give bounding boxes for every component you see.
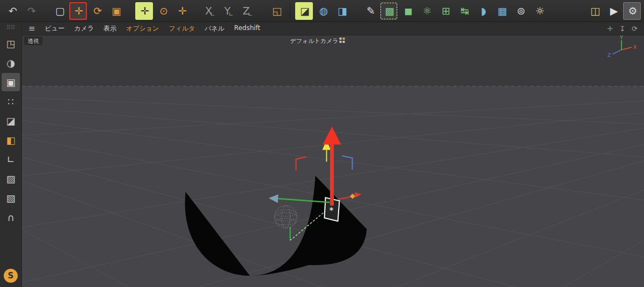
snap-magnet-button[interactable]: ∩ (2, 208, 20, 226)
model-mode-button[interactable]: ▣ (2, 73, 20, 91)
undo-button[interactable]: ↶ (3, 2, 21, 20)
menu-item[interactable]: オプション (126, 24, 159, 33)
lock-z-axis-button[interactable]: Z∟ (239, 2, 257, 20)
menu-item[interactable]: カメラ (74, 24, 94, 33)
make-editable-button[interactable]: ◳ (2, 34, 20, 53)
texture-mode-button[interactable]: ◑ (2, 54, 20, 72)
enable-axis-button[interactable]: ✛ (135, 2, 153, 20)
cinema4d-window: ↶↷ ▢✛⟳▣ ✛⊙✛ X∟Y∟Z∟ ◱ ◪◍◨ ✎▩◼⚛⊞↹◗▦⊚☼ ◫▶⚙ (0, 0, 644, 287)
toolbar-divider (290, 3, 290, 18)
view-label: 透視 (28, 38, 39, 44)
subdivision-surface-button[interactable]: ▩ (380, 2, 398, 20)
gizmo-rotate-button[interactable]: ⊙ (154, 2, 172, 20)
enable-axis-mode-button[interactable]: ∟ (2, 150, 20, 168)
toolbar-spacer (126, 11, 134, 11)
redo-button[interactable]: ↷ (22, 2, 40, 20)
drag-grip[interactable]: ⠿⠿ (6, 25, 15, 31)
camera-button[interactable]: ⊚ (511, 2, 529, 20)
transform-tools-group: ▢✛⟳▣ (50, 2, 125, 20)
array-button[interactable]: ▦ (493, 2, 510, 20)
camera-label[interactable]: デフォルトカメラ (290, 38, 339, 45)
coordinate-group: ◱ (267, 2, 285, 20)
viewport-menubar: ≡ ビューカメラ表示オプションフィルタパネルRedshift ✛↧⟳ (22, 22, 644, 35)
light-button[interactable]: ☼ (530, 2, 548, 20)
light-marker: * (330, 205, 334, 216)
toolbar-right-group: ◫▶⚙ (586, 2, 641, 20)
menu-item[interactable]: Redshift (234, 24, 260, 33)
menu-item[interactable]: 表示 (104, 24, 116, 33)
viewport-dock-icon[interactable]: ↧ (619, 25, 625, 33)
workplane-mode-button[interactable]: ▨ (2, 170, 20, 188)
axis-z-label: Z (608, 53, 611, 58)
menu-items: ビューカメラ表示オプションフィルタパネルRedshift (45, 24, 261, 33)
toolbar-spacer (192, 11, 200, 11)
menu-item[interactable]: フィルタ (169, 24, 195, 33)
view-label-chip[interactable]: 透視 (24, 36, 42, 45)
coordinate-system-button[interactable]: ◱ (267, 2, 285, 20)
rotate-button[interactable]: ⟳ (88, 2, 106, 20)
edge-mode-button[interactable]: ◪ (2, 112, 20, 130)
spline-pen-button[interactable]: ✎ (361, 2, 379, 20)
viewport-panel: ≡ ビューカメラ表示オプションフィルタパネルRedshift ✛↧⟳ (22, 22, 644, 287)
gizmo-move-button[interactable]: ✛ (173, 2, 191, 20)
volume-builder-button[interactable]: ⚛ (418, 2, 435, 20)
lock-x-axis-button[interactable]: X∟ (201, 2, 219, 20)
history-group: ↶↷ (3, 2, 40, 20)
menubar-right-icons: ✛↧⟳ (607, 25, 638, 33)
render-settings-button[interactable]: ◨ (333, 2, 350, 20)
axis-x-label: X (633, 45, 636, 50)
viewport-scene: * (22, 35, 644, 287)
lock-workplane-button[interactable]: ▧ (2, 189, 20, 207)
viewport-refresh-icon[interactable]: ⟳ (632, 25, 638, 33)
render-group: ◪◍◨ (295, 2, 350, 20)
live-selection-button[interactable]: ▢ (50, 2, 68, 20)
axis-lock-group: X∟Y∟Z∟ (201, 2, 257, 20)
toolbar-spacer (258, 11, 266, 11)
viewport-3d[interactable]: * (22, 35, 644, 287)
metaball-button[interactable]: ◗ (474, 2, 492, 20)
scale-button[interactable]: ▣ (107, 2, 125, 20)
axis-tools-group: ✛⊙✛ (135, 2, 191, 20)
sidebar-mode-list: ◳◑▣∷◪◧∟▨▧∩S (0, 34, 21, 287)
axis-y-label: Y (619, 35, 623, 40)
hamburger-menu-icon[interactable]: ≡ (28, 24, 35, 33)
settings-button[interactable]: ⚙ (623, 2, 641, 20)
main-area: ⠿⠿ ◳◑▣∷◪◧∟▨▧∩S ≡ ビューカメラ表示オプションフィルタパネルRed… (0, 22, 644, 287)
toolbar-spacer (41, 11, 49, 11)
left-sidebar: ⠿⠿ ◳◑▣∷◪◧∟▨▧∩S (0, 22, 22, 287)
menu-item[interactable]: パネル (205, 24, 225, 33)
polygon-mode-button[interactable]: ◧ (2, 131, 20, 149)
snap-badge[interactable]: S (4, 269, 18, 283)
play-render-button[interactable]: ▶ (604, 2, 622, 20)
takes-button[interactable]: ◫ (586, 2, 603, 20)
viewport-pan-icon[interactable]: ✛ (607, 25, 613, 33)
move-button[interactable]: ✛ (69, 2, 87, 20)
top-toolbar: ↶↷ ▢✛⟳▣ ✛⊙✛ X∟Y∟Z∟ ◱ ◪◍◨ ✎▩◼⚛⊞↹◗▦⊚☼ ◫▶⚙ (0, 0, 644, 22)
render-view-button[interactable]: ◪ (295, 2, 313, 20)
render-picture-viewer-button[interactable]: ◍ (314, 2, 332, 20)
cloner-button[interactable]: ⊞ (436, 2, 454, 20)
toolbar-spacer (352, 11, 360, 11)
lock-y-axis-button[interactable]: Y∟ (220, 2, 238, 20)
menu-item[interactable]: ビュー (45, 24, 65, 33)
create-objects-group: ✎▩◼⚛⊞↹◗▦⊚☼ (361, 2, 548, 20)
point-mode-button[interactable]: ∷ (2, 92, 20, 111)
connector-button[interactable]: ↹ (455, 2, 473, 20)
primitive-cube-button[interactable]: ◼ (399, 2, 416, 20)
